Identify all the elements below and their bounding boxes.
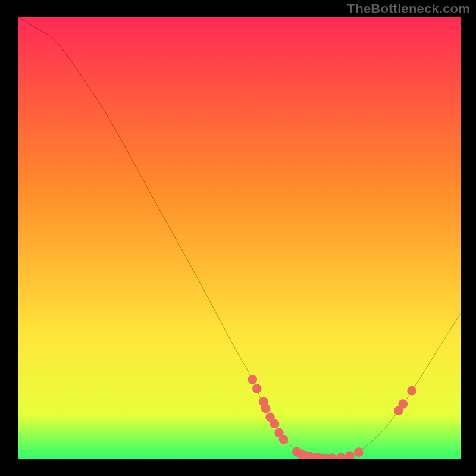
curve-marker: [248, 375, 258, 384]
curve-marker: [279, 435, 289, 444]
gradient-background: [18, 17, 461, 459]
watermark-text: TheBottleneck.com: [347, 1, 470, 17]
chart-svg: [18, 17, 461, 459]
plot-area: [18, 17, 461, 459]
curve-marker: [261, 404, 271, 414]
curve-marker: [354, 447, 364, 457]
curve-marker: [407, 386, 416, 396]
curve-marker: [398, 399, 408, 409]
curve-marker: [252, 384, 262, 393]
curve-marker: [270, 419, 280, 429]
chart-stage: TheBottleneck.com: [0, 0, 476, 476]
